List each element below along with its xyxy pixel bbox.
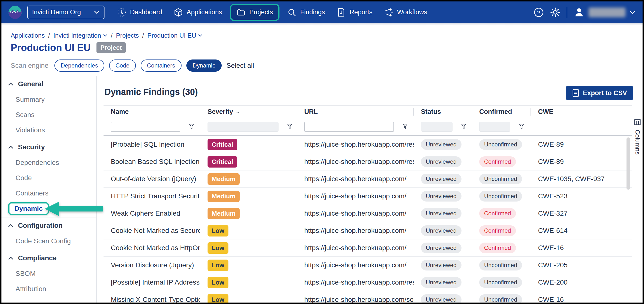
severity-filter-input[interactable] bbox=[208, 122, 278, 132]
sidebar-item-scans[interactable]: Scans bbox=[2, 107, 96, 122]
findings-table: Name Severity URL Status Confirmed CWE bbox=[104, 105, 632, 303]
status-badge: Unreviewed bbox=[421, 243, 462, 253]
select-all-button[interactable]: Select all bbox=[226, 62, 254, 69]
finding-name: Weak Ciphers Enabled bbox=[104, 205, 200, 222]
col-header-status[interactable]: Status bbox=[414, 106, 472, 118]
chevron-down-icon bbox=[103, 34, 108, 37]
annotation-arrow bbox=[45, 200, 103, 218]
nav-workflows[interactable]: Workflows bbox=[378, 1, 433, 23]
columns-panel-toggle[interactable]: Columns bbox=[632, 103, 642, 303]
sidebar-item-attribution[interactable]: Attribution bbox=[2, 281, 96, 297]
confirmed-badge: Confirmed bbox=[479, 225, 516, 236]
filter-funnel-icon[interactable] bbox=[287, 124, 292, 130]
status-cell: Unreviewed bbox=[414, 205, 472, 222]
finding-name: [Possible] Internal IP Address Disclo bbox=[104, 274, 200, 291]
confirmed-cell: Confirmed bbox=[472, 153, 531, 170]
user-name-redacted bbox=[588, 7, 626, 17]
table-row[interactable]: Weak Ciphers Enabled Medium https://juic… bbox=[104, 205, 632, 222]
status-filter-input[interactable] bbox=[421, 122, 452, 132]
table-row[interactable]: HTTP Strict Transport Security (HSTS Med… bbox=[104, 188, 632, 205]
sidebar-header-security[interactable]: Security bbox=[2, 139, 96, 155]
confirmed-filter-input[interactable] bbox=[479, 122, 510, 132]
sidebar-item-summary[interactable]: Summary bbox=[2, 92, 96, 107]
page-header: Production UI EU Project bbox=[11, 42, 126, 53]
table-row[interactable]: Cookie Not Marked as HttpOnly Low https:… bbox=[104, 239, 632, 257]
nav-applications-label: Applications bbox=[187, 8, 222, 16]
table-row[interactable]: [Probable] SQL Injection Critical https:… bbox=[104, 136, 632, 153]
filter-funnel-icon[interactable] bbox=[518, 124, 524, 130]
user-menu[interactable] bbox=[574, 7, 636, 18]
table-row[interactable]: Out-of-date Version (jQuery) Medium http… bbox=[104, 170, 632, 188]
finding-url: https://juice-shop.herokuapp.com/ bbox=[297, 170, 414, 187]
sidebar-item-code-scan-config[interactable]: Code Scan Config bbox=[2, 233, 96, 249]
table-row[interactable]: Version Disclosure (Jquery) Low https://… bbox=[104, 257, 632, 274]
chip-dependencies[interactable]: Dependencies bbox=[54, 59, 104, 72]
app-root: Invicti Demo Org Dashboard Application bbox=[2, 1, 642, 303]
finding-url: https://juice-shop.herokuapp.com/ bbox=[297, 188, 414, 205]
filter-funnel-icon[interactable] bbox=[188, 124, 194, 130]
name-filter-input[interactable] bbox=[111, 122, 180, 132]
finding-url: https://juice-shop.herokuapp.com/ bbox=[297, 257, 414, 274]
sidebar-item-dependencies[interactable]: Dependencies bbox=[2, 155, 96, 170]
chip-containers[interactable]: Containers bbox=[141, 59, 182, 72]
confirmed-cell: Unconfirmed bbox=[472, 257, 531, 274]
status-badge: Unreviewed bbox=[421, 156, 462, 167]
sidebar-item-violations[interactable]: Violations bbox=[2, 122, 96, 138]
breadcrumb-application-switcher[interactable]: Invicti Integration bbox=[53, 32, 108, 39]
filter-funnel-icon[interactable] bbox=[461, 124, 466, 130]
sidebar-header-general[interactable]: General bbox=[2, 76, 96, 92]
export-to-csv-button[interactable]: Export to CSV bbox=[566, 86, 633, 100]
chip-dynamic[interactable]: Dynamic bbox=[186, 59, 222, 72]
filter-funnel-icon[interactable] bbox=[402, 124, 408, 130]
main-content: Dynamic Findings (30) Export to CSV Colu… bbox=[104, 76, 642, 303]
sidebar-header-configuration[interactable]: Configuration bbox=[2, 218, 96, 233]
table-row[interactable]: Missing X-Content-Type-Options He Low ht… bbox=[104, 291, 632, 303]
chevron-up-icon bbox=[8, 82, 14, 86]
org-selector[interactable]: Invicti Demo Org bbox=[27, 5, 104, 19]
cwe-cell: CWE-16 bbox=[531, 291, 627, 303]
confirmed-cell: Unconfirmed bbox=[472, 291, 531, 303]
sidebar-item-containers[interactable]: Containers bbox=[2, 186, 96, 201]
finding-url: https://juice-shop.herokuapp.com/rest/pr… bbox=[297, 136, 414, 153]
status-badge: Unreviewed bbox=[421, 208, 462, 219]
primary-nav: Dashboard Applications Projects bbox=[111, 1, 433, 23]
breadcrumb-projects[interactable]: Projects bbox=[116, 32, 139, 39]
severity-badge: Critical bbox=[208, 156, 237, 168]
severity-cell: Medium bbox=[200, 205, 297, 222]
chip-code[interactable]: Code bbox=[109, 59, 136, 72]
nav-reports[interactable]: Reports bbox=[331, 1, 378, 23]
table-row[interactable]: [Possible] Internal IP Address Disclo Lo… bbox=[104, 274, 632, 291]
sidebar-item-code[interactable]: Code bbox=[2, 170, 96, 186]
status-badge: Unreviewed bbox=[421, 294, 462, 303]
filter-cell-severity bbox=[200, 122, 297, 132]
table-scrollbar[interactable] bbox=[626, 137, 630, 190]
invicti-logo[interactable] bbox=[8, 5, 22, 19]
nav-dashboard[interactable]: Dashboard bbox=[111, 1, 168, 23]
confirmed-cell: Confirmed bbox=[472, 239, 531, 256]
table-row[interactable]: Boolean Based SQL Injection Critical htt… bbox=[104, 153, 632, 170]
nav-projects[interactable]: Projects bbox=[230, 4, 280, 21]
help-button[interactable]: ? bbox=[534, 7, 544, 17]
navbar-right-group: ? bbox=[534, 7, 636, 18]
findings-search-icon bbox=[287, 8, 296, 17]
filter-cell-confirmed bbox=[472, 122, 531, 132]
table-row[interactable]: Cookie Not Marked as Secure Low https://… bbox=[104, 222, 632, 239]
confirmed-cell: Unconfirmed bbox=[472, 170, 531, 187]
url-filter-input[interactable] bbox=[304, 122, 394, 132]
sidebar-header-compliance[interactable]: Compliance bbox=[2, 250, 96, 266]
col-header-confirmed[interactable]: Confirmed bbox=[472, 106, 531, 118]
sidebar-item-sbom[interactable]: SBOM bbox=[2, 266, 96, 281]
finding-url: https://juice-shop.herokuapp.com/rest/pr… bbox=[297, 153, 414, 170]
col-header-severity[interactable]: Severity bbox=[200, 106, 297, 118]
breadcrumb-project-switcher[interactable]: Production UI EU bbox=[147, 32, 202, 39]
nav-applications[interactable]: Applications bbox=[168, 1, 228, 23]
breadcrumb-applications[interactable]: Applications bbox=[11, 32, 45, 39]
col-header-url[interactable]: URL bbox=[297, 106, 414, 118]
workflows-icon bbox=[384, 8, 394, 17]
nav-findings[interactable]: Findings bbox=[282, 1, 331, 23]
col-header-cwe[interactable]: CWE bbox=[531, 106, 627, 118]
settings-button[interactable] bbox=[550, 7, 560, 17]
confirmed-badge: Unconfirmed bbox=[479, 139, 522, 150]
sort-desc-icon bbox=[236, 109, 240, 114]
col-header-name[interactable]: Name bbox=[104, 106, 200, 118]
